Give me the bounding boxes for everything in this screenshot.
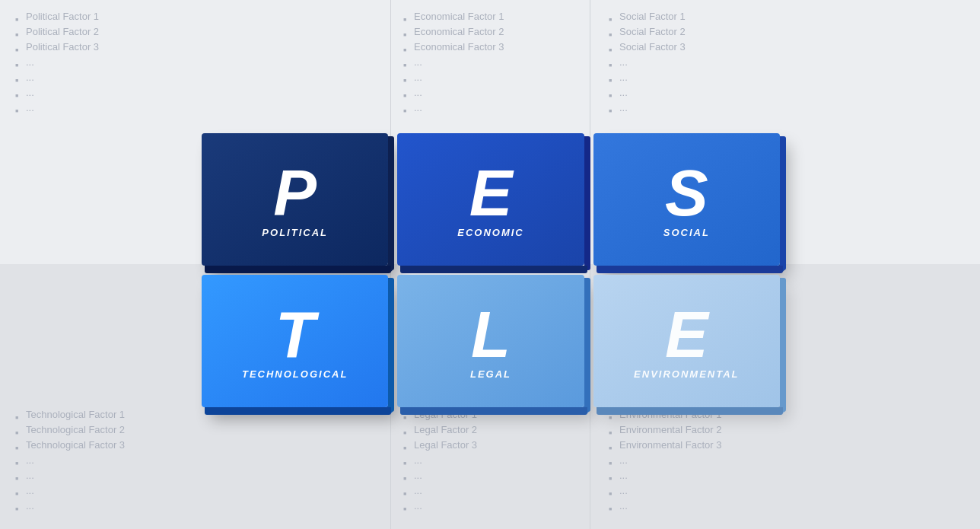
block-legal[interactable]: L LEGAL: [397, 275, 584, 407]
economic-label: ECONOMIC: [457, 227, 524, 238]
social-letter: S: [665, 161, 708, 225]
technological-factor-list: Technological Factor 1 Technological Fac…: [15, 407, 125, 514]
economical-factor-dot1: ...: [403, 55, 504, 70]
legal-factor-dot1: ...: [403, 453, 477, 468]
environmental-factor-2: Environmental Factor 2: [609, 422, 721, 438]
economical-factor-dot4: ...: [403, 100, 504, 116]
social-factor-dot1: ...: [609, 55, 686, 70]
legal-label: LEGAL: [470, 368, 511, 380]
political-factor-dot3: ...: [15, 85, 99, 100]
legal-factor-3: Legal Factor 3: [403, 438, 477, 453]
block-political[interactable]: P POLITICAL: [202, 133, 388, 266]
social-factor-dot4: ...: [609, 100, 686, 116]
economical-factor-1: Economical Factor 1: [403, 9, 504, 24]
block-economic-inner: E ECONOMIC: [397, 133, 584, 266]
block-environmental[interactable]: E ENVIRONMENTAL: [593, 275, 780, 407]
environmental-label: ENVIRONMENTAL: [634, 368, 739, 380]
economic-letter: E: [469, 161, 513, 225]
block-economic[interactable]: E ECONOMIC: [397, 133, 584, 266]
technological-label: TECHNOLOGICAL: [242, 368, 348, 380]
social-factor-list: Social Factor 1 Social Factor 2 Social F…: [609, 9, 686, 116]
environmental-factor-dot1: ...: [609, 453, 721, 468]
political-factor-dot1: ...: [15, 55, 99, 70]
technological-factor-dot4: ...: [15, 499, 125, 514]
social-factor-dot2: ...: [609, 70, 686, 85]
economical-factor-dot2: ...: [403, 70, 504, 85]
environmental-factor-dot3: ...: [609, 483, 721, 499]
political-factor-dot4: ...: [15, 100, 99, 116]
environmental-factor-dot2: ...: [609, 468, 721, 483]
legal-factor-dot2: ...: [403, 468, 477, 483]
political-factor-dot2: ...: [15, 70, 99, 85]
economical-factor-3: Economical Factor 3: [403, 40, 504, 55]
technological-factor-2: Technological Factor 2: [15, 422, 125, 438]
social-factor-2: Social Factor 2: [609, 24, 686, 40]
environmental-factor-dot4: ...: [609, 499, 721, 514]
technological-factor-dot2: ...: [15, 468, 125, 483]
political-factor-1: Political Factor 1: [15, 9, 99, 24]
pestle-grid: P POLITICAL E ECONOMIC S SOCIAL T TECHNO…: [202, 133, 780, 407]
legal-factor-dot4: ...: [403, 499, 477, 514]
block-legal-inner: L LEGAL: [397, 275, 584, 407]
block-political-inner: P POLITICAL: [202, 133, 388, 266]
legal-factor-dot3: ...: [403, 483, 477, 499]
environmental-letter: E: [665, 302, 708, 367]
technological-factor-dot1: ...: [15, 453, 125, 468]
block-social-inner: S SOCIAL: [593, 133, 780, 266]
block-technological-inner: T TECHNOLOGICAL: [202, 275, 388, 407]
economical-factor-dot3: ...: [403, 85, 504, 100]
technological-factor-3: Technological Factor 3: [15, 438, 125, 453]
social-factor-1: Social Factor 1: [609, 9, 686, 24]
political-factor-list: Political Factor 1 Political Factor 2 Po…: [15, 9, 99, 116]
social-label: SOCIAL: [663, 227, 710, 238]
block-social[interactable]: S SOCIAL: [593, 133, 780, 266]
legal-factor-list: Legal Factor 1 Legal Factor 2 Legal Fact…: [403, 407, 477, 514]
political-letter: P: [273, 161, 317, 225]
block-environmental-inner: E ENVIRONMENTAL: [593, 275, 780, 407]
economical-factor-2: Economical Factor 2: [403, 24, 504, 40]
block-technological[interactable]: T TECHNOLOGICAL: [202, 275, 388, 407]
economical-factor-list: Economical Factor 1 Economical Factor 2 …: [403, 9, 504, 116]
legal-factor-2: Legal Factor 2: [403, 422, 477, 438]
technological-factor-1: Technological Factor 1: [15, 407, 125, 422]
social-factor-dot3: ...: [609, 85, 686, 100]
social-factor-3: Social Factor 3: [609, 40, 686, 55]
legal-letter: L: [471, 302, 511, 367]
political-factor-2: Political Factor 2: [15, 24, 99, 40]
technological-factor-dot3: ...: [15, 483, 125, 499]
political-factor-3: Political Factor 3: [15, 40, 99, 55]
environmental-factor-3: Environmental Factor 3: [609, 438, 721, 453]
environmental-factor-list: Environmental Factor 1 Environmental Fac…: [609, 407, 721, 514]
political-label: POLITICAL: [262, 227, 328, 238]
technological-letter: T: [275, 302, 315, 367]
